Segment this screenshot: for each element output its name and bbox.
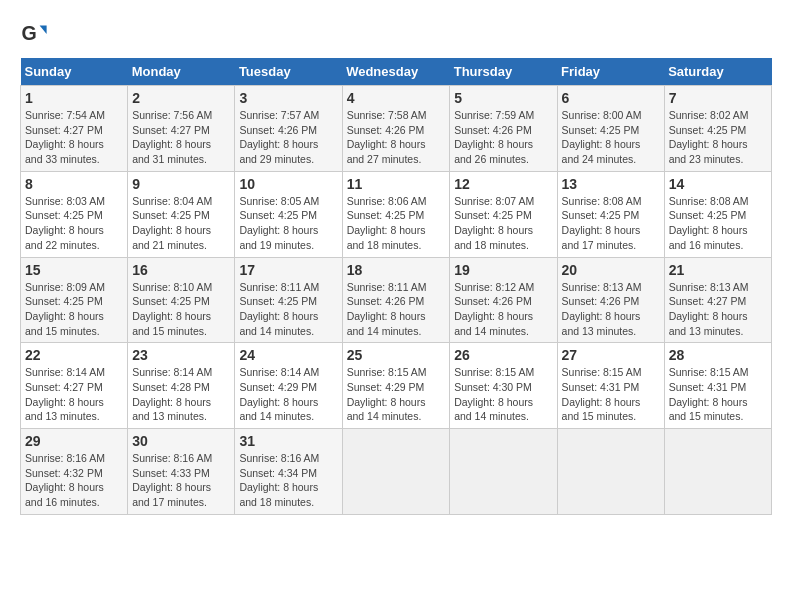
calendar-cell bbox=[450, 429, 557, 515]
calendar-cell: 24Sunrise: 8:14 AMSunset: 4:29 PMDayligh… bbox=[235, 343, 342, 429]
day-info: Sunrise: 8:13 AMSunset: 4:26 PMDaylight:… bbox=[562, 281, 642, 337]
day-info: Sunrise: 8:16 AMSunset: 4:34 PMDaylight:… bbox=[239, 452, 319, 508]
calendar-cell: 4Sunrise: 7:58 AMSunset: 4:26 PMDaylight… bbox=[342, 86, 450, 172]
day-number: 17 bbox=[239, 262, 337, 278]
calendar-cell: 29Sunrise: 8:16 AMSunset: 4:32 PMDayligh… bbox=[21, 429, 128, 515]
day-info: Sunrise: 8:15 AMSunset: 4:31 PMDaylight:… bbox=[562, 366, 642, 422]
logo-icon: G bbox=[20, 20, 48, 48]
day-info: Sunrise: 8:06 AMSunset: 4:25 PMDaylight:… bbox=[347, 195, 427, 251]
calendar-cell: 30Sunrise: 8:16 AMSunset: 4:33 PMDayligh… bbox=[128, 429, 235, 515]
week-row: 15Sunrise: 8:09 AMSunset: 4:25 PMDayligh… bbox=[21, 257, 772, 343]
logo: G bbox=[20, 20, 52, 48]
day-number: 5 bbox=[454, 90, 552, 106]
day-number: 4 bbox=[347, 90, 446, 106]
day-info: Sunrise: 7:57 AMSunset: 4:26 PMDaylight:… bbox=[239, 109, 319, 165]
day-info: Sunrise: 8:08 AMSunset: 4:25 PMDaylight:… bbox=[669, 195, 749, 251]
day-info: Sunrise: 8:05 AMSunset: 4:25 PMDaylight:… bbox=[239, 195, 319, 251]
calendar-cell: 17Sunrise: 8:11 AMSunset: 4:25 PMDayligh… bbox=[235, 257, 342, 343]
day-info: Sunrise: 8:15 AMSunset: 4:29 PMDaylight:… bbox=[347, 366, 427, 422]
calendar-cell: 18Sunrise: 8:11 AMSunset: 4:26 PMDayligh… bbox=[342, 257, 450, 343]
day-info: Sunrise: 8:16 AMSunset: 4:33 PMDaylight:… bbox=[132, 452, 212, 508]
calendar-cell: 25Sunrise: 8:15 AMSunset: 4:29 PMDayligh… bbox=[342, 343, 450, 429]
day-number: 30 bbox=[132, 433, 230, 449]
day-number: 3 bbox=[239, 90, 337, 106]
day-info: Sunrise: 7:54 AMSunset: 4:27 PMDaylight:… bbox=[25, 109, 105, 165]
calendar-cell: 11Sunrise: 8:06 AMSunset: 4:25 PMDayligh… bbox=[342, 171, 450, 257]
day-number: 23 bbox=[132, 347, 230, 363]
calendar-cell: 22Sunrise: 8:14 AMSunset: 4:27 PMDayligh… bbox=[21, 343, 128, 429]
day-number: 13 bbox=[562, 176, 660, 192]
day-number: 31 bbox=[239, 433, 337, 449]
calendar-cell: 6Sunrise: 8:00 AMSunset: 4:25 PMDaylight… bbox=[557, 86, 664, 172]
day-info: Sunrise: 8:14 AMSunset: 4:27 PMDaylight:… bbox=[25, 366, 105, 422]
day-info: Sunrise: 8:08 AMSunset: 4:25 PMDaylight:… bbox=[562, 195, 642, 251]
day-info: Sunrise: 8:03 AMSunset: 4:25 PMDaylight:… bbox=[25, 195, 105, 251]
header-cell-sunday: Sunday bbox=[21, 58, 128, 86]
day-number: 20 bbox=[562, 262, 660, 278]
calendar-cell: 31Sunrise: 8:16 AMSunset: 4:34 PMDayligh… bbox=[235, 429, 342, 515]
day-number: 19 bbox=[454, 262, 552, 278]
day-info: Sunrise: 8:10 AMSunset: 4:25 PMDaylight:… bbox=[132, 281, 212, 337]
day-info: Sunrise: 8:07 AMSunset: 4:25 PMDaylight:… bbox=[454, 195, 534, 251]
calendar-cell: 15Sunrise: 8:09 AMSunset: 4:25 PMDayligh… bbox=[21, 257, 128, 343]
calendar-cell: 3Sunrise: 7:57 AMSunset: 4:26 PMDaylight… bbox=[235, 86, 342, 172]
calendar-cell: 1Sunrise: 7:54 AMSunset: 4:27 PMDaylight… bbox=[21, 86, 128, 172]
calendar-cell: 13Sunrise: 8:08 AMSunset: 4:25 PMDayligh… bbox=[557, 171, 664, 257]
calendar-header: SundayMondayTuesdayWednesdayThursdayFrid… bbox=[21, 58, 772, 86]
day-info: Sunrise: 8:09 AMSunset: 4:25 PMDaylight:… bbox=[25, 281, 105, 337]
week-row: 1Sunrise: 7:54 AMSunset: 4:27 PMDaylight… bbox=[21, 86, 772, 172]
day-number: 11 bbox=[347, 176, 446, 192]
calendar-cell: 2Sunrise: 7:56 AMSunset: 4:27 PMDaylight… bbox=[128, 86, 235, 172]
svg-marker-1 bbox=[40, 26, 47, 34]
day-number: 1 bbox=[25, 90, 123, 106]
header-cell-monday: Monday bbox=[128, 58, 235, 86]
day-info: Sunrise: 8:02 AMSunset: 4:25 PMDaylight:… bbox=[669, 109, 749, 165]
day-number: 2 bbox=[132, 90, 230, 106]
calendar-cell: 14Sunrise: 8:08 AMSunset: 4:25 PMDayligh… bbox=[664, 171, 771, 257]
day-info: Sunrise: 7:58 AMSunset: 4:26 PMDaylight:… bbox=[347, 109, 427, 165]
day-number: 21 bbox=[669, 262, 767, 278]
day-info: Sunrise: 7:56 AMSunset: 4:27 PMDaylight:… bbox=[132, 109, 212, 165]
day-number: 26 bbox=[454, 347, 552, 363]
day-number: 24 bbox=[239, 347, 337, 363]
day-number: 7 bbox=[669, 90, 767, 106]
calendar-cell: 21Sunrise: 8:13 AMSunset: 4:27 PMDayligh… bbox=[664, 257, 771, 343]
day-number: 18 bbox=[347, 262, 446, 278]
calendar-cell: 7Sunrise: 8:02 AMSunset: 4:25 PMDaylight… bbox=[664, 86, 771, 172]
day-info: Sunrise: 7:59 AMSunset: 4:26 PMDaylight:… bbox=[454, 109, 534, 165]
header-cell-saturday: Saturday bbox=[664, 58, 771, 86]
header-cell-friday: Friday bbox=[557, 58, 664, 86]
calendar-cell: 9Sunrise: 8:04 AMSunset: 4:25 PMDaylight… bbox=[128, 171, 235, 257]
day-info: Sunrise: 8:14 AMSunset: 4:29 PMDaylight:… bbox=[239, 366, 319, 422]
calendar-cell: 10Sunrise: 8:05 AMSunset: 4:25 PMDayligh… bbox=[235, 171, 342, 257]
day-info: Sunrise: 8:15 AMSunset: 4:30 PMDaylight:… bbox=[454, 366, 534, 422]
day-info: Sunrise: 8:13 AMSunset: 4:27 PMDaylight:… bbox=[669, 281, 749, 337]
calendar-table: SundayMondayTuesdayWednesdayThursdayFrid… bbox=[20, 58, 772, 515]
day-number: 8 bbox=[25, 176, 123, 192]
calendar-cell: 28Sunrise: 8:15 AMSunset: 4:31 PMDayligh… bbox=[664, 343, 771, 429]
day-number: 14 bbox=[669, 176, 767, 192]
day-info: Sunrise: 8:00 AMSunset: 4:25 PMDaylight:… bbox=[562, 109, 642, 165]
header-cell-wednesday: Wednesday bbox=[342, 58, 450, 86]
week-row: 8Sunrise: 8:03 AMSunset: 4:25 PMDaylight… bbox=[21, 171, 772, 257]
week-row: 29Sunrise: 8:16 AMSunset: 4:32 PMDayligh… bbox=[21, 429, 772, 515]
page-header: G bbox=[20, 20, 772, 48]
calendar-cell: 19Sunrise: 8:12 AMSunset: 4:26 PMDayligh… bbox=[450, 257, 557, 343]
day-number: 9 bbox=[132, 176, 230, 192]
day-number: 29 bbox=[25, 433, 123, 449]
day-number: 6 bbox=[562, 90, 660, 106]
header-cell-tuesday: Tuesday bbox=[235, 58, 342, 86]
calendar-cell bbox=[557, 429, 664, 515]
calendar-cell bbox=[664, 429, 771, 515]
header-row: SundayMondayTuesdayWednesdayThursdayFrid… bbox=[21, 58, 772, 86]
day-number: 16 bbox=[132, 262, 230, 278]
calendar-body: 1Sunrise: 7:54 AMSunset: 4:27 PMDaylight… bbox=[21, 86, 772, 515]
calendar-cell: 20Sunrise: 8:13 AMSunset: 4:26 PMDayligh… bbox=[557, 257, 664, 343]
week-row: 22Sunrise: 8:14 AMSunset: 4:27 PMDayligh… bbox=[21, 343, 772, 429]
day-number: 12 bbox=[454, 176, 552, 192]
svg-text:G: G bbox=[21, 22, 36, 44]
day-info: Sunrise: 8:11 AMSunset: 4:26 PMDaylight:… bbox=[347, 281, 427, 337]
calendar-cell: 16Sunrise: 8:10 AMSunset: 4:25 PMDayligh… bbox=[128, 257, 235, 343]
day-number: 27 bbox=[562, 347, 660, 363]
day-info: Sunrise: 8:04 AMSunset: 4:25 PMDaylight:… bbox=[132, 195, 212, 251]
